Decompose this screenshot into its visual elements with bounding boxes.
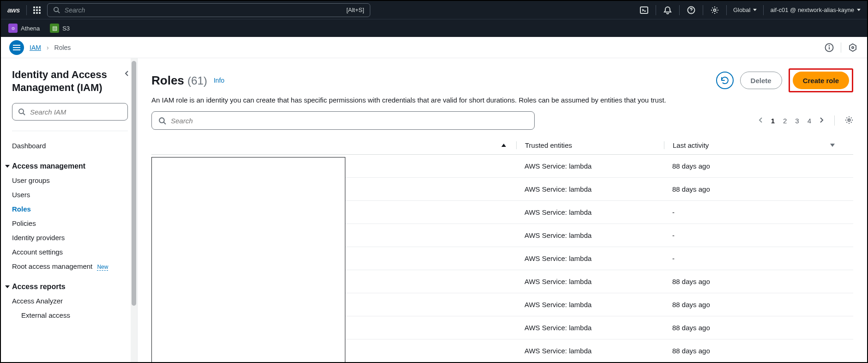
nav-access-analyzer[interactable]: Access Analyzer bbox=[12, 294, 128, 308]
favorite-s3[interactable]: ▤ S3 bbox=[47, 22, 72, 34]
chevron-right-icon: › bbox=[47, 44, 49, 51]
header-actions: Delete Create role bbox=[716, 68, 853, 92]
page-next[interactable] bbox=[820, 117, 824, 125]
col-last-activity[interactable]: Last activity bbox=[664, 141, 839, 149]
nav-identity-providers[interactable]: Identity providers bbox=[12, 230, 128, 245]
table-search-input[interactable] bbox=[171, 117, 528, 125]
svg-marker-8 bbox=[850, 44, 856, 51]
sidebar-title: Identity and Access Management (IAM) bbox=[12, 68, 128, 94]
nav-user-groups[interactable]: User groups bbox=[12, 173, 128, 188]
global-nav: aws Search [Alt+S] Global aif-c01 @ next… bbox=[1, 1, 867, 19]
page-1[interactable]: 1 bbox=[771, 117, 775, 125]
sort-asc-icon bbox=[501, 144, 506, 147]
svg-point-12 bbox=[159, 118, 164, 123]
breadcrumb-root[interactable]: IAM bbox=[30, 44, 41, 51]
caret-down-icon bbox=[857, 9, 861, 11]
security-icon[interactable] bbox=[847, 42, 859, 54]
nav-root-access[interactable]: Root access management New bbox=[12, 259, 128, 273]
nav-users[interactable]: Users bbox=[12, 188, 128, 202]
favorites-bar: ⌾ Athena ▤ S3 bbox=[1, 19, 867, 37]
nav-roles[interactable]: Roles bbox=[12, 202, 128, 216]
aws-logo[interactable]: aws bbox=[7, 6, 20, 14]
divider bbox=[656, 5, 656, 15]
breadcrumb-link[interactable]: IAM bbox=[30, 44, 41, 51]
caret-down-icon bbox=[753, 9, 757, 11]
page-title: Roles (61) bbox=[151, 73, 207, 88]
cell-trusted: AWS Service: lambda bbox=[516, 231, 664, 239]
page-4[interactable]: 4 bbox=[808, 117, 811, 125]
s3-icon: ▤ bbox=[50, 24, 59, 33]
search-shortcut: [Alt+S] bbox=[346, 6, 364, 13]
col-label: Last activity bbox=[673, 141, 709, 149]
cell-trusted: AWS Service: lambda bbox=[516, 254, 664, 262]
search-placeholder: Search bbox=[65, 6, 85, 14]
cell-last: 88 days ago bbox=[664, 324, 839, 332]
table-preferences-icon[interactable] bbox=[845, 116, 853, 126]
cell-last: - bbox=[664, 254, 839, 262]
divider bbox=[841, 42, 841, 53]
cloudshell-icon[interactable] bbox=[639, 5, 649, 15]
page-count: (61) bbox=[187, 74, 207, 87]
account-menu[interactable]: aif-c01 @ nextwork-alias-kayne bbox=[770, 6, 861, 13]
hamburger-menu[interactable] bbox=[9, 40, 24, 55]
page-title-text: Roles bbox=[151, 73, 184, 87]
account-label: aif-c01 @ nextwork-alias-kayne bbox=[770, 6, 854, 13]
region-selector[interactable]: Global bbox=[733, 6, 757, 13]
breadcrumb-current: Roles bbox=[54, 44, 71, 51]
settings-icon[interactable] bbox=[710, 5, 720, 15]
sidebar: Identity and Access Management (IAM) Das… bbox=[1, 58, 138, 363]
svg-point-9 bbox=[852, 47, 854, 48]
help-icon[interactable] bbox=[686, 5, 696, 15]
info-link[interactable]: Info bbox=[214, 77, 224, 84]
cell-trusted: AWS Service: lambda bbox=[516, 208, 664, 216]
page-2[interactable]: 2 bbox=[783, 117, 787, 125]
create-role-highlight: Create role bbox=[789, 68, 853, 92]
svg-point-10 bbox=[19, 109, 24, 114]
page-3[interactable]: 3 bbox=[795, 117, 799, 125]
refresh-button[interactable] bbox=[716, 72, 734, 89]
divider bbox=[679, 5, 680, 15]
favorite-label: Athena bbox=[21, 25, 40, 32]
nav-account-settings[interactable]: Account settings bbox=[12, 245, 128, 259]
svg-line-13 bbox=[164, 122, 166, 124]
nav-external-access[interactable]: External access bbox=[12, 308, 128, 322]
favorite-athena[interactable]: ⌾ Athena bbox=[6, 22, 42, 34]
cell-trusted: AWS Service: lambda bbox=[516, 162, 664, 170]
table-header: Trusted entities Last activity bbox=[151, 136, 853, 155]
athena-icon: ⌾ bbox=[8, 24, 18, 33]
nav-dashboard[interactable]: Dashboard bbox=[12, 139, 128, 153]
col-trusted-entities[interactable]: Trusted entities bbox=[516, 141, 664, 149]
cell-last: 88 days ago bbox=[664, 278, 839, 285]
notifications-icon[interactable] bbox=[663, 5, 673, 15]
page-prev[interactable] bbox=[758, 117, 763, 125]
sidebar-search-input[interactable] bbox=[30, 108, 122, 116]
breadcrumb-row: IAM › Roles bbox=[1, 37, 867, 58]
cell-last: 88 days ago bbox=[664, 162, 839, 170]
divider bbox=[726, 5, 727, 15]
collapse-sidebar-icon[interactable] bbox=[124, 70, 130, 78]
roles-table: Trusted entities Last activity AWS Servi… bbox=[151, 136, 853, 363]
main-layout: Identity and Access Management (IAM) Das… bbox=[1, 58, 867, 363]
cell-trusted: AWS Service: lambda bbox=[516, 278, 664, 285]
col-role-name[interactable] bbox=[151, 144, 516, 147]
global-search[interactable]: Search [Alt+S] bbox=[47, 3, 370, 17]
create-role-button[interactable]: Create role bbox=[793, 72, 849, 89]
cell-trusted: AWS Service: lambda bbox=[516, 347, 664, 355]
nav-group-access[interactable]: Access management bbox=[12, 159, 128, 173]
nav-policies[interactable]: Policies bbox=[12, 216, 128, 230]
info-icon[interactable] bbox=[823, 42, 835, 54]
nav-group-reports[interactable]: Access reports bbox=[12, 280, 128, 294]
svg-point-7 bbox=[829, 45, 830, 46]
divider bbox=[763, 5, 764, 15]
pagination: 1 2 3 4 bbox=[758, 115, 853, 126]
cell-trusted: AWS Service: lambda bbox=[516, 301, 664, 309]
favorite-label: S3 bbox=[62, 25, 70, 32]
sidebar-search[interactable] bbox=[12, 103, 128, 121]
services-menu-icon[interactable] bbox=[33, 6, 41, 14]
delete-button[interactable]: Delete bbox=[740, 72, 782, 89]
svg-line-1 bbox=[58, 11, 60, 13]
page-header: Roles (61) Info Delete Create role bbox=[151, 68, 853, 92]
divider bbox=[703, 5, 703, 15]
cell-last: - bbox=[664, 231, 839, 239]
table-search[interactable] bbox=[151, 111, 535, 130]
